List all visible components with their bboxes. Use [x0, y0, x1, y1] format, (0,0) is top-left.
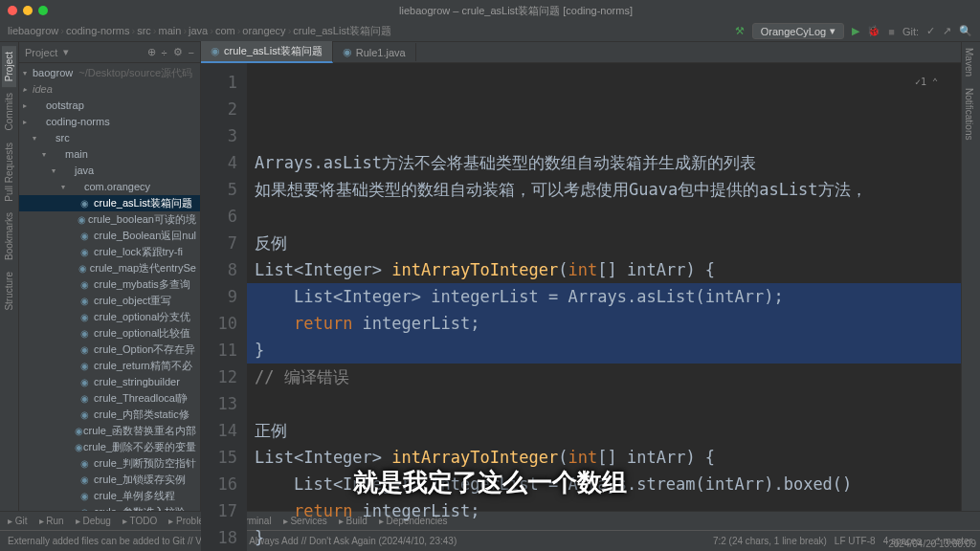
debug-icon[interactable]: 🐞: [867, 25, 880, 37]
toolwindow-tab-notifications[interactable]: Notifications: [962, 82, 976, 145]
bottom-tool-todo[interactable]: ▸ TODO: [122, 516, 157, 526]
breadcrumb-segment[interactable]: java: [189, 25, 208, 36]
file-icon: ◉: [80, 277, 94, 292]
tree-item[interactable]: ◉crule_单例多线程: [19, 488, 200, 504]
file-icon: ◉: [80, 229, 94, 243]
breadcrumb: liebaogrow›coding-norms›src›main›java›co…: [8, 24, 391, 38]
tree-item[interactable]: ◉crule_参数准入校验: [19, 504, 200, 511]
hide-icon[interactable]: −: [189, 47, 194, 58]
code-line[interactable]: return integerList;: [255, 497, 953, 524]
hammer-icon[interactable]: ⚒: [735, 25, 745, 37]
tree-item-label: crule_单例多线程: [94, 489, 175, 503]
tree-item[interactable]: ◉crule_map迭代entrySe: [19, 260, 200, 276]
chevron-down-icon[interactable]: ▾: [63, 46, 69, 58]
bottom-tool-run[interactable]: ▸ Run: [39, 516, 64, 526]
close-icon[interactable]: [8, 6, 17, 15]
gear-icon[interactable]: ⚙: [173, 46, 183, 58]
code-line[interactable]: // 编译错误: [255, 364, 953, 390]
breadcrumb-segment[interactable]: com: [215, 25, 235, 36]
project-sidebar: Project ▾ ⊕ ÷ ⚙ − ▾ baogrow ~/Desktop/so…: [19, 42, 201, 511]
code-line[interactable]: Arrays.asList方法不会将基础类型的数组自动装箱并生成新的列表: [255, 149, 953, 176]
left-toolwindow-strip: ProjectCommitsPull RequestsBookmarksStru…: [0, 42, 19, 511]
tree-item[interactable]: ◉crule_Option不存在异: [19, 342, 200, 358]
code-line[interactable]: List<Integer> intArrayToInteger(int[] in…: [255, 444, 953, 471]
breadcrumb-segment[interactable]: src: [137, 25, 151, 36]
tree-item-label: crule_lock紧跟try-fi: [94, 245, 183, 259]
run-config-select[interactable]: OrangeCyLog ▾: [752, 23, 845, 39]
file-icon: ◉: [75, 440, 83, 454]
breadcrumb-segment[interactable]: liebaogrow: [8, 25, 58, 36]
tree-item[interactable]: ◉crule_lock紧跟try-fi: [19, 244, 200, 260]
code-content[interactable]: ✓1 ⌃ Arrays.asList方法不会将基础类型的数组自动装箱并生成新的列…: [247, 63, 961, 551]
stop-icon[interactable]: ■: [888, 26, 895, 37]
bottom-tool-git[interactable]: ▸ Git: [8, 516, 28, 526]
breadcrumb-segment[interactable]: main: [159, 25, 182, 36]
search-icon[interactable]: 🔍: [959, 25, 972, 37]
tree-idea-folder[interactable]: ▸idea: [19, 81, 200, 98]
tree-item[interactable]: ◉crule_Boolean返回nul: [19, 228, 200, 244]
editor-tab[interactable]: ◉Rule1.java: [333, 43, 416, 61]
minimize-icon[interactable]: [23, 6, 33, 15]
breadcrumb-segment[interactable]: orangecy: [242, 25, 285, 36]
tree-item[interactable]: ◉crule_加锁缓存实例: [19, 472, 200, 488]
code-line[interactable]: 反例: [255, 230, 953, 256]
tree-item[interactable]: ◉crule_判断预防空指针: [19, 455, 200, 472]
tree-item[interactable]: ▾main: [19, 146, 200, 163]
run-icon[interactable]: ▶: [852, 25, 859, 37]
tree-item[interactable]: ◉crule_object重写: [19, 293, 200, 309]
toolwindow-tab-bookmarks[interactable]: Bookmarks: [2, 207, 16, 266]
code-editor[interactable]: 123456789101112131415161718 ✓1 ⌃ Arrays.…: [201, 63, 961, 551]
toolwindow-tab-structure[interactable]: Structure: [2, 266, 16, 317]
tree-item[interactable]: ▸ootstrap: [19, 98, 200, 114]
inspections-badge[interactable]: ✓1 ⌃: [915, 69, 938, 96]
select-open-file-icon[interactable]: ⊕: [147, 46, 156, 58]
toolwindow-tab-pull-requests[interactable]: Pull Requests: [2, 137, 16, 208]
maximize-icon[interactable]: [38, 6, 48, 15]
tree-item-label: com.orangecy: [84, 180, 150, 194]
vcs-update-icon[interactable]: ✓: [926, 25, 935, 37]
tree-item[interactable]: ◉crule_mybatis多查询: [19, 276, 200, 293]
toolwindow-tab-project[interactable]: Project: [2, 46, 16, 87]
toolwindow-tab-commits[interactable]: Commits: [2, 87, 16, 136]
file-icon: ◉: [80, 408, 94, 422]
tree-item[interactable]: ◉crule_optional比较值: [19, 325, 200, 342]
file-icon: ◉: [80, 456, 94, 471]
code-line[interactable]: List<Integer> integerList = Arrays.asLis…: [247, 283, 961, 310]
code-line[interactable]: List<Integer> intArrayToInteger(int[] in…: [255, 256, 953, 283]
tree-item[interactable]: ◉crule_stringbuilder: [19, 374, 200, 390]
tree-item[interactable]: ◉crule_Threadlocal静: [19, 390, 200, 407]
toolwindow-tab-maven[interactable]: Maven: [962, 42, 976, 82]
code-line[interactable]: [255, 203, 953, 230]
tree-item[interactable]: ◉crule_boolean可读的境: [19, 211, 200, 228]
bottom-tool-debug[interactable]: ▸ Debug: [76, 516, 111, 526]
code-line[interactable]: 如果想要将基础类型的数组自动装箱，可以考虑使用Guava包中提供的asList方…: [255, 176, 953, 203]
tree-item[interactable]: ◉crule_删除不必要的变量: [19, 439, 200, 455]
project-tree[interactable]: ▾ baogrow ~/Desktop/source源代码 ▸idea ▸oot…: [19, 63, 200, 511]
code-line[interactable]: return integerList;: [247, 310, 961, 337]
editor-tab[interactable]: ◉crule_asList装箱问题: [201, 41, 333, 63]
code-line[interactable]: }: [255, 524, 953, 551]
tree-item[interactable]: ◉crule_return精简不必: [19, 358, 200, 374]
breadcrumb-segment[interactable]: crule_asList装箱问题: [293, 25, 391, 36]
code-line[interactable]: 正例: [255, 417, 953, 444]
vcs-commit-icon[interactable]: ↗: [943, 25, 951, 37]
tree-item-label: crule_函数替换重名内部: [83, 424, 196, 438]
file-icon: ◉: [80, 359, 94, 373]
tree-item[interactable]: ◉crule_asList装箱问题: [19, 195, 200, 211]
collapse-icon[interactable]: ÷: [162, 47, 167, 58]
tree-item[interactable]: ▾src: [19, 130, 200, 146]
code-line[interactable]: [255, 390, 953, 417]
tree-item[interactable]: ▾java: [19, 163, 200, 179]
chevron-down-icon: ▾: [830, 25, 835, 37]
file-icon: ◉: [80, 342, 94, 357]
breadcrumb-segment[interactable]: coding-norms: [66, 25, 130, 36]
code-line[interactable]: }: [247, 337, 961, 364]
tree-item[interactable]: ▸coding-norms: [19, 114, 200, 130]
tree-item[interactable]: ◉crule_optional分支优: [19, 309, 200, 325]
tree-root[interactable]: ▾ baogrow ~/Desktop/source源代码: [19, 65, 200, 81]
editor-tabs: ◉crule_asList装箱问题◉Rule1.java: [201, 42, 961, 63]
tree-item[interactable]: ▾com.orangecy: [19, 179, 200, 195]
tree-item[interactable]: ◉crule_函数替换重名内部: [19, 423, 200, 439]
code-line[interactable]: List<Integer> integerList = Arrays.strea…: [255, 471, 953, 497]
tree-item[interactable]: ◉crule_内部类static修: [19, 407, 200, 423]
